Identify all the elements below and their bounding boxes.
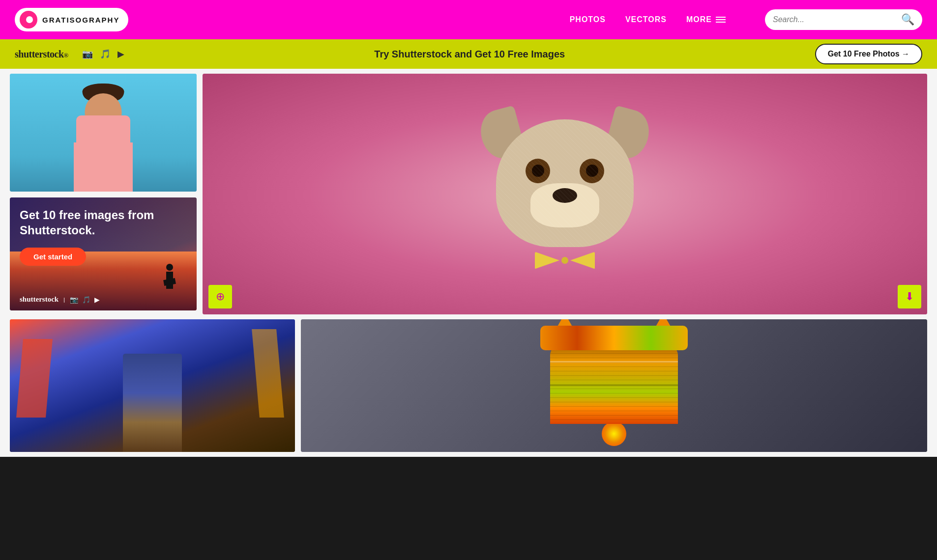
- nav-links: PHOTOS VECTORS MORE: [570, 15, 726, 24]
- nav-more-label: MORE: [686, 15, 712, 24]
- bowtie-right: [570, 252, 595, 269]
- ad-footer-logo: shutterstock: [20, 295, 59, 304]
- video-icon[interactable]: ▶: [117, 49, 124, 59]
- ad-title: Get 10 free images from Shutterstock.: [20, 207, 187, 238]
- download-icon-button[interactable]: ⬇: [898, 285, 921, 308]
- dog-eye-right: [580, 159, 604, 183]
- banner-cta-button[interactable]: Get 10 Free Photos →: [815, 44, 922, 64]
- nav-photos[interactable]: PHOTOS: [570, 15, 606, 24]
- man-figure: [64, 84, 143, 192]
- logo-container[interactable]: GRATISOGRAPHY: [15, 8, 128, 31]
- nav-more[interactable]: MORE: [686, 15, 726, 24]
- banner-icons: 📷 🎵 ▶: [82, 49, 124, 59]
- cat-hat-container: [540, 326, 688, 446]
- zoom-icon-button[interactable]: ⊕: [208, 285, 232, 308]
- boots-legs: [123, 354, 182, 452]
- dog-head-container: [496, 119, 634, 247]
- cat-content: [301, 319, 927, 452]
- dog-eye-left: [526, 159, 550, 183]
- dog-photo-column: ⊕ ⬇: [203, 74, 927, 314]
- ad-video-icon: ▶: [94, 296, 100, 304]
- hat-brim: [540, 326, 688, 350]
- music-icon[interactable]: 🎵: [100, 49, 111, 59]
- silhouette-arms: [163, 278, 176, 286]
- cat-hat-photo-card[interactable]: [301, 319, 927, 452]
- ad-content: Get 10 free images from Shutterstock. Ge…: [20, 207, 187, 266]
- hat-band-2: [550, 385, 678, 386]
- bottom-row: [0, 319, 937, 457]
- boots-photo-card[interactable]: [10, 319, 295, 452]
- bowtie-center: [561, 257, 568, 264]
- ad-camera-icon: 📷: [70, 296, 78, 304]
- dog-figure: [496, 74, 634, 314]
- shutterstock-banner: shutterstock® 📷 🎵 ▶ Try Shutterstock and…: [0, 39, 937, 69]
- shutterstock-logo: shutterstock®: [15, 49, 68, 60]
- bowtie-left: [535, 252, 559, 269]
- left-column: Get 10 free images from Shutterstock. Ge…: [10, 74, 197, 314]
- hat-band-1: [550, 361, 678, 363]
- search-input[interactable]: [773, 15, 901, 24]
- dog-pupil-right: [586, 165, 598, 177]
- dog-snout: [530, 183, 599, 227]
- site-header: GRATISOGRAPHY PHOTOS VECTORS MORE 🔍: [0, 0, 937, 39]
- banner-cta-label: Get 10 Free Photos →: [828, 50, 909, 58]
- nav-vectors[interactable]: VECTORS: [625, 15, 667, 24]
- logo-text: GRATISOGRAPHY: [42, 16, 119, 24]
- ad-footer: shutterstock | 📷 🎵 ▶: [20, 295, 100, 304]
- ad-card[interactable]: Get 10 free images from Shutterstock. Ge…: [10, 197, 197, 310]
- search-container: 🔍: [765, 9, 922, 30]
- logo-circle-inner: [26, 16, 33, 23]
- logo-circle: [20, 11, 37, 28]
- silhouette: [162, 264, 177, 293]
- hat-body: [550, 345, 678, 424]
- dog-head: [496, 119, 634, 247]
- man-body: [74, 142, 133, 192]
- dog-photo[interactable]: ⊕ ⬇: [203, 74, 927, 314]
- hat-pom: [602, 421, 626, 446]
- ad-music-icon: 🎵: [82, 296, 90, 304]
- dog-bowtie-container: [535, 252, 595, 269]
- search-icon[interactable]: 🔍: [901, 13, 914, 26]
- zoom-icon: ⊕: [216, 290, 225, 303]
- dog-pupil-left: [532, 165, 544, 177]
- banner-left: shutterstock® 📷 🎵 ▶: [15, 49, 124, 60]
- ad-footer-separator: |: [63, 297, 65, 303]
- ad-footer-icons: 📷 🎵 ▶: [70, 296, 100, 304]
- dog-nose: [553, 188, 577, 203]
- banner-promo-text: Try Shutterstock and Get 10 Free Images: [124, 49, 815, 60]
- main-content: Get 10 free images from Shutterstock. Ge…: [0, 69, 937, 319]
- man-photo-card[interactable]: [10, 74, 197, 192]
- camera-icon[interactable]: 📷: [82, 49, 93, 59]
- logo-o: o: [50, 49, 55, 59]
- ad-get-started-button[interactable]: Get started: [20, 248, 86, 266]
- download-icon: ⬇: [905, 290, 914, 303]
- hamburger-icon: [716, 17, 726, 23]
